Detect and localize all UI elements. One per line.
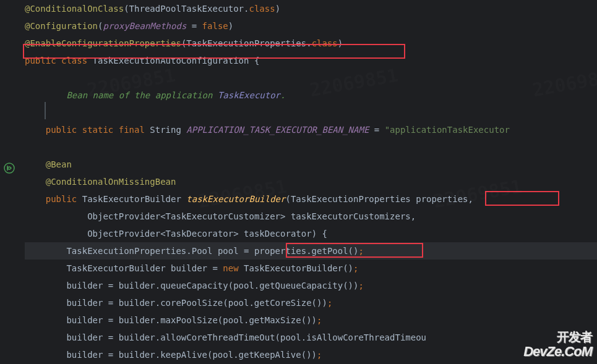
code-line: public TaskExecutorBuilder taskExecutorB… [25,190,597,208]
site-watermark: 开发者 DevZe.CoM [523,329,592,359]
code-line-current: TaskExecutionProperties.Pool pool = prop… [25,242,597,260]
code-editor[interactable]: @ConditionalOnClass(ThreadPoolTaskExecut… [19,0,597,363]
code-line: builder = builder.corePoolSize(pool.getC… [25,294,597,311]
code-line: builder = builder.allowCoreThreadTimeOut… [25,329,597,346]
code-line: @EnableConfigurationProperties(TaskExecu… [25,35,597,52]
code-line: TaskExecutorBuilder builder = new TaskEx… [25,260,597,277]
code-line [25,138,597,156]
code-line: @ConditionalOnClass(ThreadPoolTaskExecut… [25,0,597,17]
code-line-doc: Bean name of the application TaskExecuto… [25,87,597,104]
code-line: builder = builder.keepAlive(pool.getKeep… [25,346,597,363]
code-line: @Configuration(proxyBeanMethods = false) [25,17,597,35]
code-line: public static final String APPLICATION_T… [25,121,597,138]
code-line: public class TaskExecutionAutoConfigurat… [25,52,597,69]
code-line: @ConditionalOnMissingBean [25,173,597,190]
code-line [25,104,597,121]
svg-point-0 [4,163,14,173]
code-line: ObjectProvider<TaskExecutorCustomizer> t… [25,208,597,225]
code-line: builder = builder.queueCapacity(pool.get… [25,277,597,294]
gutter-implementation-icon[interactable] [4,162,15,173]
editor-gutter [0,0,19,364]
code-line: builder = builder.maxPoolSize(pool.getMa… [25,311,597,329]
code-line: ObjectProvider<TaskDecorator> taskDecora… [25,225,597,242]
javadoc-indicator-bar [45,102,46,119]
code-line: @Bean [25,156,597,173]
code-line [25,69,597,87]
